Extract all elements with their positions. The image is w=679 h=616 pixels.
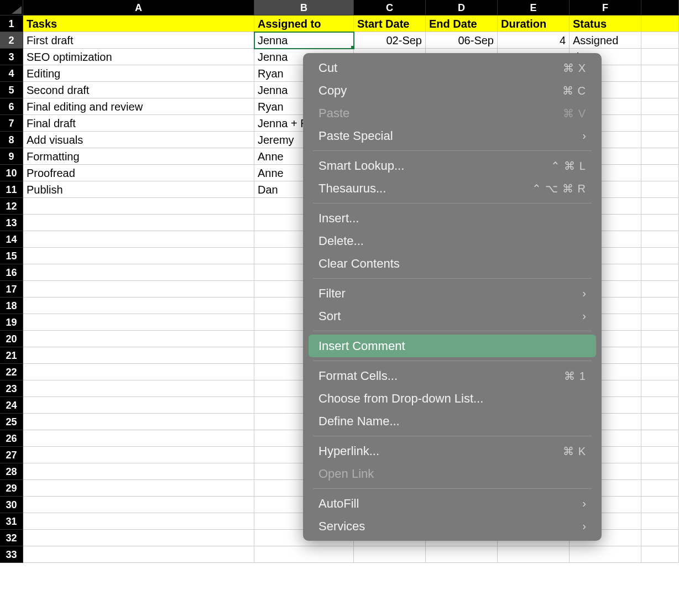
cell[interactable]: 06-Sep [426, 32, 498, 49]
cell[interactable] [570, 546, 641, 563]
cell[interactable]: Assigned [570, 32, 641, 49]
cell[interactable] [641, 497, 679, 513]
row-header[interactable]: 1 [0, 15, 23, 32]
row-header[interactable]: 2 [0, 32, 23, 49]
cell[interactable] [641, 314, 679, 331]
row-header[interactable]: 8 [0, 132, 23, 148]
cell[interactable] [641, 281, 679, 297]
cell[interactable] [641, 98, 679, 115]
cell[interactable] [254, 546, 354, 563]
cell[interactable] [23, 264, 254, 281]
row-header[interactable]: 24 [0, 397, 23, 414]
row-header[interactable]: 6 [0, 98, 23, 115]
col-header-c[interactable]: C [354, 0, 426, 15]
cell[interactable]: Tasks [23, 15, 254, 32]
cell[interactable] [23, 430, 254, 447]
cell[interactable] [641, 480, 679, 497]
cell[interactable] [641, 248, 679, 264]
cell[interactable] [641, 546, 679, 563]
cell[interactable] [23, 231, 254, 248]
row-header[interactable]: 16 [0, 264, 23, 281]
cell[interactable] [641, 181, 679, 198]
row-header[interactable]: 27 [0, 447, 23, 463]
select-all-corner[interactable] [0, 0, 23, 15]
row-header[interactable]: 21 [0, 347, 23, 364]
cell[interactable]: Proofread [23, 165, 254, 181]
cell[interactable] [23, 380, 254, 397]
cell[interactable]: Start Date [354, 15, 426, 32]
cell[interactable] [641, 463, 679, 480]
row-header[interactable]: 23 [0, 380, 23, 397]
row-header[interactable]: 9 [0, 148, 23, 165]
row-header[interactable]: 28 [0, 463, 23, 480]
row-header[interactable]: 14 [0, 231, 23, 248]
col-header-d[interactable]: D [426, 0, 498, 15]
cell[interactable] [641, 397, 679, 414]
col-header-e[interactable]: E [498, 0, 570, 15]
row-header[interactable]: 18 [0, 297, 23, 314]
row-header[interactable]: 3 [0, 49, 23, 65]
cell[interactable] [23, 364, 254, 380]
menu-insert[interactable]: Insert... [309, 207, 596, 229]
cell[interactable] [641, 82, 679, 98]
row-header[interactable]: 26 [0, 430, 23, 447]
cell[interactable]: Duration [498, 15, 570, 32]
row-header[interactable]: 15 [0, 248, 23, 264]
cell[interactable] [23, 546, 254, 563]
menu-copy[interactable]: Copy ⌘ C [309, 79, 596, 102]
cell[interactable] [641, 530, 679, 546]
cell[interactable]: Assigned to [254, 15, 354, 32]
cell[interactable] [23, 480, 254, 497]
cell[interactable] [23, 530, 254, 546]
cell[interactable] [641, 32, 679, 49]
menu-paste[interactable]: Paste ⌘ V [309, 102, 596, 124]
row-header[interactable]: 22 [0, 364, 23, 380]
menu-choose-dropdown[interactable]: Choose from Drop-down List... [309, 387, 596, 410]
cell[interactable] [23, 281, 254, 297]
row-header[interactable]: 7 [0, 115, 23, 132]
cell[interactable] [23, 397, 254, 414]
menu-paste-special[interactable]: Paste Special › [309, 124, 596, 147]
row-header[interactable]: 10 [0, 165, 23, 181]
menu-autofill[interactable]: AutoFill › [309, 492, 596, 515]
cell[interactable] [641, 380, 679, 397]
menu-insert-comment[interactable]: Insert Comment [309, 335, 596, 357]
menu-filter[interactable]: Filter › [309, 282, 596, 305]
cell-selected[interactable]: Jenna [254, 32, 354, 49]
cell[interactable] [641, 347, 679, 364]
row-header[interactable]: 25 [0, 414, 23, 430]
cell[interactable] [23, 513, 254, 530]
cell[interactable] [641, 447, 679, 463]
row-header[interactable]: 17 [0, 281, 23, 297]
menu-clear-contents[interactable]: Clear Contents [309, 252, 596, 275]
menu-services[interactable]: Services › [309, 515, 596, 537]
cell[interactable] [641, 15, 679, 32]
cell[interactable] [641, 430, 679, 447]
cell[interactable] [641, 49, 679, 65]
cell[interactable] [641, 115, 679, 132]
cell[interactable]: Second draft [23, 82, 254, 98]
cell[interactable] [426, 546, 498, 563]
row-header[interactable]: 13 [0, 215, 23, 231]
cell[interactable] [641, 231, 679, 248]
cell[interactable]: Status [570, 15, 641, 32]
cell[interactable] [23, 447, 254, 463]
cell[interactable] [641, 264, 679, 281]
cell[interactable]: Publish [23, 181, 254, 198]
row-header[interactable]: 29 [0, 480, 23, 497]
col-header-b[interactable]: B [254, 0, 354, 15]
menu-format-cells[interactable]: Format Cells... ⌘ 1 [309, 364, 596, 387]
cell[interactable] [641, 148, 679, 165]
cell[interactable] [498, 546, 570, 563]
row-header[interactable]: 31 [0, 513, 23, 530]
cell[interactable]: Final draft [23, 115, 254, 132]
cell[interactable] [641, 65, 679, 82]
cell[interactable] [23, 347, 254, 364]
menu-cut[interactable]: Cut ⌘ X [309, 56, 596, 79]
col-header-f[interactable]: F [570, 0, 641, 15]
menu-delete[interactable]: Delete... [309, 229, 596, 252]
cell[interactable]: 4 [498, 32, 570, 49]
cell[interactable]: SEO optimization [23, 49, 254, 65]
cell[interactable] [23, 331, 254, 347]
menu-thesaurus[interactable]: Thesaurus... ⌃ ⌥ ⌘ R [309, 177, 596, 200]
